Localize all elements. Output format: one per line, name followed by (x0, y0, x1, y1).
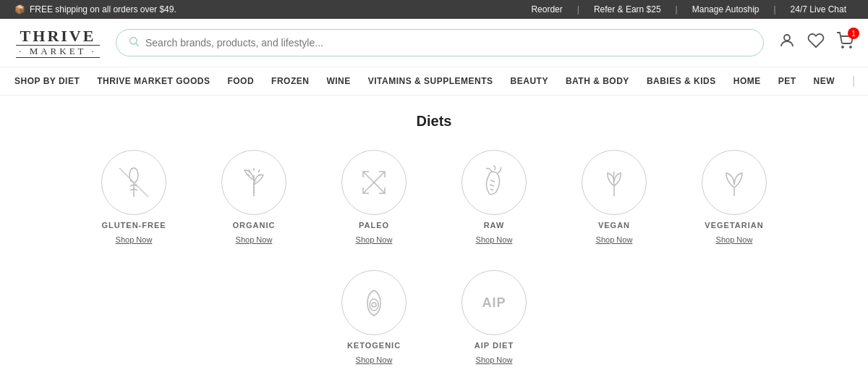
ketogenic-label: KETOGENIC (347, 341, 401, 350)
wishlist-icon[interactable] (807, 32, 825, 54)
organic-label: ORGANIC (233, 221, 276, 230)
vegan-icon (596, 164, 632, 201)
vegetarian-shop-now[interactable]: Shop Now (716, 235, 753, 244)
raw-label: RAW (484, 221, 505, 230)
section-title: Diets (14, 113, 854, 130)
account-icon[interactable] (778, 32, 796, 54)
vegetarian-icon (716, 164, 752, 201)
vegetarian-icon-circle (702, 150, 767, 215)
nav-separator: | (852, 75, 855, 88)
organic-icon (236, 164, 272, 201)
nav-food[interactable]: FOOD (227, 76, 254, 86)
diet-item-ketogenic[interactable]: KETOGENIC Shop Now (327, 270, 421, 364)
aip-icon-circle: AIP (461, 270, 527, 335)
cart-count-badge: 1 (848, 28, 859, 39)
shipping-icon: 📦 (14, 4, 25, 14)
live-chat-link[interactable]: 24/7 Live Chat (783, 4, 854, 14)
nav-bath-body[interactable]: BATH & BODY (566, 76, 629, 86)
svg-line-16 (247, 174, 250, 175)
refer-link[interactable]: Refer & Earn $25 (587, 4, 668, 14)
svg-line-20 (490, 180, 495, 182)
nav-beauty[interactable]: BEAUTY (511, 76, 548, 86)
diet-item-gluten-free[interactable]: GLUTEN-FREE Shop Now (87, 150, 181, 244)
gluten-free-icon (116, 164, 152, 201)
top-bar: 📦 FREE shipping on all orders over $49. … (0, 0, 868, 19)
paleo-icon (356, 164, 392, 201)
vegan-label: VEGAN (598, 221, 630, 230)
svg-point-26 (372, 303, 376, 307)
diets-row1: GLUTEN-FREE Shop Now ORGANIC (14, 150, 854, 244)
raw-icon-circle (461, 150, 527, 215)
top-bar-left: 📦 FREE shipping on all orders over $49. (14, 4, 176, 14)
aip-text: AIP (482, 295, 506, 311)
main-content: Diets GLUTEN-FREE Shop Now (0, 96, 868, 382)
nav-new[interactable]: NEW (814, 76, 835, 86)
svg-line-22 (490, 189, 493, 190)
raw-icon (476, 164, 512, 201)
nav-frozen[interactable]: FROZEN (271, 76, 309, 86)
header-icons: 1 (778, 32, 854, 54)
logo[interactable]: THRIVE · MARKET · (14, 28, 101, 58)
nav-thrive-market-goods[interactable]: THRIVE MARKET GOODS (97, 76, 210, 86)
raw-shop-now[interactable]: Shop Now (476, 235, 513, 244)
search-icon (128, 35, 140, 50)
gluten-free-shop-now[interactable]: Shop Now (116, 235, 153, 244)
diet-item-raw[interactable]: RAW Shop Now (447, 150, 541, 244)
organic-shop-now[interactable]: Shop Now (236, 235, 273, 244)
autoship-link[interactable]: Manage Autoship (685, 4, 767, 14)
ketogenic-icon (356, 285, 392, 321)
logo-market: · MARKET · (16, 45, 100, 58)
svg-point-5 (129, 168, 138, 182)
reorder-link[interactable]: Reorder (524, 4, 569, 14)
diet-item-vegan[interactable]: VEGAN Shop Now (567, 150, 661, 244)
nav-wine[interactable]: WINE (326, 76, 350, 86)
nav-home[interactable]: HOME (733, 76, 761, 86)
diets-row2: KETOGENIC Shop Now AIP AIP DIET Shop Now (14, 270, 854, 364)
nav-shop-by-diet[interactable]: SHOP BY DIET (14, 76, 80, 86)
gluten-free-icon-circle (101, 150, 166, 215)
ketogenic-icon-circle (341, 270, 407, 335)
header: THRIVE · MARKET · (0, 19, 868, 67)
main-nav: SHOP BY DIET THRIVE MARKET GOODS FOOD FR… (0, 67, 868, 96)
search-input[interactable] (145, 37, 752, 49)
svg-line-1 (136, 43, 139, 46)
vegetarian-label: VEGETARIAN (705, 221, 763, 230)
svg-line-21 (490, 185, 494, 186)
diet-item-paleo[interactable]: PALEO Shop Now (327, 150, 421, 244)
top-bar-right: Reorder | Refer & Earn $25 | Manage Auto… (524, 4, 854, 14)
vegan-icon-circle (582, 150, 647, 215)
diet-item-vegetarian[interactable]: VEGETARIAN Shop Now (687, 150, 781, 244)
paleo-icon-circle (341, 150, 407, 215)
svg-line-17 (258, 174, 261, 175)
nav-vitamins[interactable]: VITAMINS & SUPPLEMENTS (368, 76, 493, 86)
aip-shop-now[interactable]: Shop Now (476, 355, 513, 364)
shipping-notice: FREE shipping on all orders over $49. (30, 4, 176, 14)
svg-point-2 (784, 35, 790, 41)
nav-babies-kids[interactable]: BABIES & KIDS (647, 76, 716, 86)
svg-point-4 (850, 46, 851, 48)
svg-line-14 (258, 169, 260, 172)
ketogenic-shop-now[interactable]: Shop Now (356, 355, 393, 364)
nav-pet[interactable]: PET (778, 76, 796, 86)
cart-icon[interactable]: 1 (836, 32, 854, 54)
diet-item-organic[interactable]: ORGANIC Shop Now (207, 150, 301, 244)
svg-point-3 (842, 46, 843, 48)
aip-label: AIP DIET (475, 341, 514, 350)
paleo-shop-now[interactable]: Shop Now (356, 235, 393, 244)
svg-point-0 (130, 38, 137, 44)
diet-item-aip[interactable]: AIP AIP DIET Shop Now (447, 270, 541, 364)
paleo-label: PALEO (359, 221, 389, 230)
organic-icon-circle (221, 150, 286, 215)
svg-point-25 (370, 299, 378, 311)
vegan-shop-now[interactable]: Shop Now (596, 235, 633, 244)
search-bar[interactable] (116, 29, 764, 56)
logo-thrive: THRIVE (20, 28, 96, 45)
gluten-free-label: GLUTEN-FREE (101, 221, 166, 230)
